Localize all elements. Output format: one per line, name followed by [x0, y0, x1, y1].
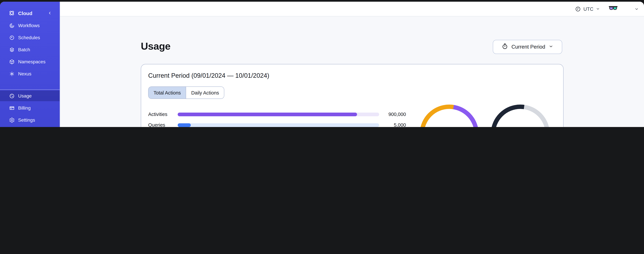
- period-selector-label: Current Period: [512, 44, 545, 50]
- stopwatch-icon: [501, 43, 508, 51]
- total-storage-value: 0 GB/Day: [504, 126, 537, 127]
- sidebar-divider: [0, 90, 60, 90]
- sidebar-item-billing[interactable]: Billing: [0, 102, 60, 113]
- sidebar-item-label: Billing: [18, 105, 31, 110]
- clock-icon: [575, 6, 581, 12]
- donut-center: 4.7 MM Total Actions: [424, 109, 474, 127]
- bar-fill: [178, 112, 357, 116]
- topbar: UTC: [60, 2, 644, 16]
- timezone-selector[interactable]: UTC: [575, 6, 600, 12]
- usage-icon: [9, 93, 15, 99]
- workflows-icon: [9, 22, 15, 28]
- collapse-sidebar-button[interactable]: [48, 11, 52, 16]
- page-title: Usage: [141, 40, 170, 52]
- bar-value: 900,000: [372, 110, 406, 118]
- actions-tabs: Total Actions Daily Actions: [148, 86, 224, 99]
- chevron-down-icon[interactable]: [634, 6, 639, 11]
- sidebar-logo-label: Cloud: [18, 10, 32, 16]
- batch-icon: [9, 47, 15, 52]
- namespaces-icon: [9, 59, 15, 64]
- sidebar-logo-row: Cloud: [8, 8, 56, 18]
- donut-center: 0 GB/Day Total Storage: [495, 109, 546, 127]
- sidebar-item-namespaces[interactable]: Namespaces: [0, 57, 60, 67]
- timezone-label: UTC: [583, 6, 594, 12]
- total-actions-value: 4.7 MM: [436, 126, 462, 127]
- sidebar-item-usage[interactable]: Usage: [0, 90, 60, 101]
- bar-label: Queries: [148, 121, 165, 127]
- usage-card-title: Current Period (09/01/2024 — 10/01/2024): [148, 72, 269, 80]
- chevron-down-icon: [548, 44, 554, 50]
- screen: Cloud WorkflowsSchedulesBatchNamespacesN…: [0, 0, 644, 127]
- sidebar: Cloud WorkflowsSchedulesBatchNamespacesN…: [0, 2, 60, 127]
- chevron-down-icon: [596, 7, 600, 11]
- nexus-icon: [9, 71, 15, 76]
- sidebar-item-workflows[interactable]: Workflows: [0, 20, 60, 30]
- app-window: Cloud WorkflowsSchedulesBatchNamespacesN…: [0, 2, 644, 127]
- settings-icon: [9, 117, 15, 123]
- total-actions-donut: 4.7 MM Total Actions: [420, 104, 479, 127]
- usage-card: Current Period (09/01/2024 — 10/01/2024)…: [141, 64, 564, 127]
- period-selector-button[interactable]: Current Period: [493, 40, 562, 54]
- bar-label: Activities: [148, 110, 167, 118]
- bar-track: [178, 112, 379, 116]
- glasses-icon[interactable]: [609, 6, 618, 12]
- sidebar-item-label: Usage: [18, 93, 32, 98]
- sidebar-item-schedules[interactable]: Schedules: [0, 32, 60, 42]
- schedules-icon: [9, 35, 15, 40]
- total-storage-donut: 0 GB/Day Total Storage: [491, 104, 550, 127]
- sidebar-item-label: Batch: [18, 47, 30, 52]
- sidebar-item-label: Settings: [18, 117, 35, 123]
- bar-track: [178, 123, 379, 127]
- bar-value: 5,000: [372, 121, 406, 127]
- bar-fill: [178, 123, 191, 127]
- sidebar-item-label: Nexus: [18, 71, 31, 76]
- temporal-logo: [8, 10, 15, 16]
- main-content: Usage Current Period Current Period (09/…: [60, 16, 644, 127]
- sidebar-item-label: Workflows: [18, 23, 40, 28]
- avatar[interactable]: [622, 4, 632, 14]
- sidebar-item-label: Schedules: [18, 35, 40, 40]
- sidebar-item-settings[interactable]: Settings: [0, 114, 60, 125]
- sidebar-item-nexus[interactable]: Nexus: [0, 69, 60, 79]
- billing-icon: [9, 105, 15, 111]
- tab-daily-actions[interactable]: Daily Actions: [186, 87, 224, 98]
- tab-total-actions[interactable]: Total Actions: [148, 87, 186, 98]
- sidebar-item-batch[interactable]: Batch: [0, 44, 60, 54]
- sidebar-item-label: Namespaces: [18, 59, 46, 64]
- sidebar-nav-account: UsageBillingSettings: [0, 90, 60, 125]
- sidebar-nav-primary: WorkflowsSchedulesBatchNamespacesNexus: [0, 20, 60, 79]
